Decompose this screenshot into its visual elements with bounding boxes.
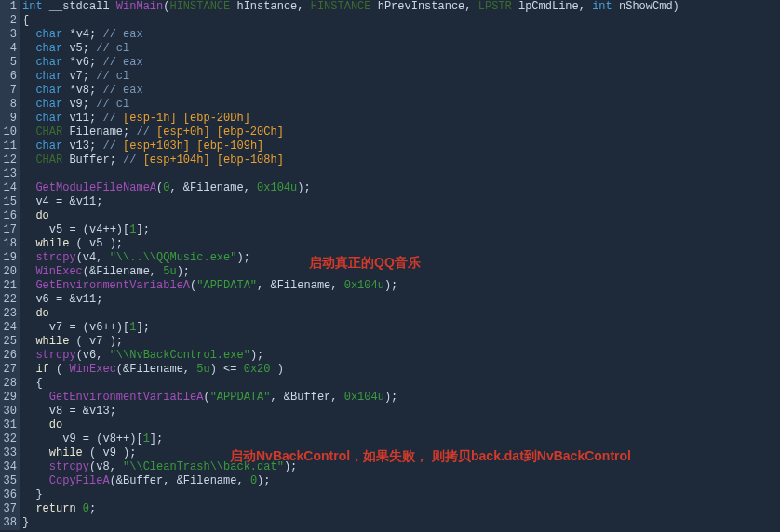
annotation-nvbackcontrol: 启动NvBackControl，如果失败， 则拷贝back.dat到NvBack… xyxy=(230,449,631,463)
line-number: 37 xyxy=(0,502,17,516)
code-line[interactable]: v8 = &v13; xyxy=(22,405,780,419)
code-line[interactable]: do xyxy=(22,419,780,432)
code-line[interactable]: } xyxy=(22,488,780,502)
line-number: 10 xyxy=(0,126,17,140)
line-number: 26 xyxy=(0,349,17,363)
code-line[interactable]: char v5; // cl xyxy=(22,42,780,56)
code-line[interactable]: do xyxy=(22,307,780,321)
line-number: 7 xyxy=(0,84,17,98)
line-number: 19 xyxy=(0,251,17,265)
line-number: 30 xyxy=(0,405,17,419)
line-number: 36 xyxy=(0,488,17,502)
code-line[interactable]: v6 = &v11; xyxy=(22,293,780,307)
line-number: 15 xyxy=(0,195,17,209)
line-number: 28 xyxy=(0,377,17,391)
line-number: 27 xyxy=(0,363,17,377)
code-line[interactable] xyxy=(22,167,780,181)
code-line[interactable]: GetModuleFileNameA(0, &Filename, 0x104u)… xyxy=(22,181,780,195)
code-line[interactable]: CHAR Filename; // [esp+0h] [ebp-20Ch] xyxy=(22,126,780,140)
line-number: 25 xyxy=(0,335,17,349)
line-number: 38 xyxy=(0,516,17,530)
code-line[interactable]: char v9; // cl xyxy=(22,98,780,112)
code-line[interactable]: v9 = (v8++)[1]; xyxy=(22,432,780,446)
code-line[interactable]: char *v6; // eax xyxy=(22,56,780,70)
code-line[interactable]: CopyFileA(&Buffer, &Filename, 0); xyxy=(22,474,780,488)
line-number: 35 xyxy=(0,474,17,488)
line-number: 21 xyxy=(0,279,17,293)
code-line[interactable]: do xyxy=(22,209,780,223)
line-number: 24 xyxy=(0,321,17,335)
line-number: 2 xyxy=(0,14,17,28)
code-editor: 1234567891011121314151617181920212223242… xyxy=(0,0,780,530)
line-number: 1 xyxy=(0,0,17,14)
code-line[interactable]: { xyxy=(22,14,780,28)
code-line[interactable]: GetEnvironmentVariableA("APPDATA", &Buff… xyxy=(22,391,780,405)
code-content[interactable]: 启动真正的QQ音乐 启动NvBackControl，如果失败， 则拷贝back.… xyxy=(20,0,780,530)
line-number: 13 xyxy=(0,167,17,181)
line-number: 5 xyxy=(0,56,17,70)
line-number: 11 xyxy=(0,140,17,153)
code-line[interactable]: if ( WinExec(&Filename, 5u) <= 0x20 ) xyxy=(22,363,780,377)
code-line[interactable]: v4 = &v11; xyxy=(22,195,780,209)
code-line[interactable]: v7 = (v6++)[1]; xyxy=(22,321,780,335)
code-line[interactable]: char *v4; // eax xyxy=(22,28,780,42)
line-number: 3 xyxy=(0,28,17,42)
line-number: 14 xyxy=(0,181,17,195)
code-line[interactable]: char *v8; // eax xyxy=(22,84,780,98)
line-number: 29 xyxy=(0,391,17,405)
line-number: 8 xyxy=(0,98,17,112)
line-number: 20 xyxy=(0,265,17,279)
line-number: 17 xyxy=(0,223,17,237)
code-line[interactable]: { xyxy=(22,377,780,391)
code-line[interactable]: char v11; // [esp-1h] [ebp-20Dh] xyxy=(22,112,780,126)
code-line[interactable]: while ( v5 ); xyxy=(22,237,780,251)
line-number-gutter: 1234567891011121314151617181920212223242… xyxy=(0,0,20,530)
annotation-qqmusic: 启动真正的QQ音乐 xyxy=(309,256,421,270)
line-number: 12 xyxy=(0,153,17,167)
code-line[interactable]: v5 = (v4++)[1]; xyxy=(22,223,780,237)
code-line[interactable]: char v7; // cl xyxy=(22,70,780,84)
code-line[interactable]: return 0; xyxy=(22,502,780,516)
code-line[interactable]: char v13; // [esp+103h] [ebp-109h] xyxy=(22,140,780,153)
line-number: 16 xyxy=(0,209,17,223)
line-number: 23 xyxy=(0,307,17,321)
line-number: 32 xyxy=(0,432,17,446)
code-line[interactable]: strcpy(v6, "\\NvBackControl.exe"); xyxy=(22,349,780,363)
line-number: 6 xyxy=(0,70,17,84)
code-line[interactable]: GetEnvironmentVariableA("APPDATA", &File… xyxy=(22,279,780,293)
code-line[interactable]: } xyxy=(22,516,780,530)
line-number: 18 xyxy=(0,237,17,251)
line-number: 9 xyxy=(0,112,17,126)
line-number: 33 xyxy=(0,446,17,460)
line-number: 34 xyxy=(0,460,17,474)
line-number: 22 xyxy=(0,293,17,307)
line-number: 4 xyxy=(0,42,17,56)
code-line[interactable]: CHAR Buffer; // [esp+104h] [ebp-108h] xyxy=(22,153,780,167)
code-line[interactable]: while ( v7 ); xyxy=(22,335,780,349)
code-line[interactable]: int __stdcall WinMain(HINSTANCE hInstanc… xyxy=(22,0,780,14)
line-number: 31 xyxy=(0,419,17,432)
